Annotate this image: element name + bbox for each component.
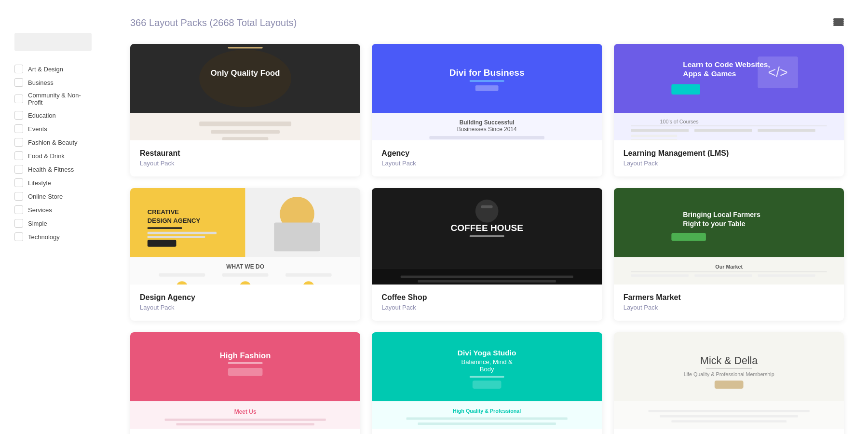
sidebar: Art & Design Business Community & Non-Pr…	[0, 0, 106, 434]
card-info-farmers-market: Farmers Market Layout Pack	[614, 285, 844, 321]
view-mode-control[interactable]	[828, 18, 844, 26]
category-checkbox-online-store[interactable]	[14, 192, 23, 201]
category-checkbox-lifestyle[interactable]	[14, 178, 23, 187]
svg-rect-4	[130, 113, 360, 140]
svg-rect-86	[407, 418, 568, 420]
category-label-simple: Simple	[28, 220, 47, 227]
svg-text:High Quality & Professional: High Quality & Professional	[453, 408, 521, 414]
category-checkbox-art-design[interactable]	[14, 65, 23, 73]
card-info-yoga: Yoga Studio Layout Pack	[372, 429, 602, 434]
svg-text:Bringing Local Farmers: Bringing Local Farmers	[683, 211, 760, 218]
card-design-agency[interactable]: CREATIVE DESIGN AGENCY WHAT WE DO Desi	[130, 188, 360, 321]
card-thumb-design-agency: CREATIVE DESIGN AGENCY WHAT WE DO	[130, 188, 360, 285]
svg-rect-9	[372, 44, 602, 113]
category-item-food-drink[interactable]: Food & Drink	[14, 151, 92, 160]
main-title: 366 Layout Packs (2668 Total Layouts)	[130, 14, 297, 29]
card-info-coffee-shop: Coffee Shop Layout Pack	[372, 285, 602, 321]
category-item-community-non-profit[interactable]: Community & Non-Profit	[14, 92, 92, 106]
card-agency[interactable]: Divi for Business Building Successful Bu…	[372, 44, 602, 176]
main-header: 366 Layout Packs (2668 Total Layouts)	[130, 14, 844, 29]
category-checkbox-technology[interactable]	[14, 232, 23, 241]
svg-text:COFFEE HOUSE: COFFEE HOUSE	[451, 223, 524, 233]
category-item-health-fitness[interactable]: Health & Fitness	[14, 165, 92, 174]
svg-rect-95	[660, 415, 798, 418]
svg-rect-40	[148, 240, 176, 246]
card-restaurant[interactable]: Only Quality Food Restaurant Layout Pack	[130, 44, 360, 176]
svg-rect-82	[470, 376, 504, 378]
category-label-online-store: Online Store	[28, 193, 63, 200]
svg-text:100's of Courses: 100's of Courses	[660, 119, 698, 124]
category-checkbox-services[interactable]	[14, 205, 23, 214]
svg-rect-76	[165, 419, 326, 421]
svg-rect-11	[470, 80, 504, 82]
category-checkbox-fashion-beauty[interactable]	[14, 138, 23, 147]
card-coffee-shop[interactable]: COFFEE HOUSE Coffee Shop Layout Pack	[372, 188, 602, 321]
svg-rect-69	[758, 274, 815, 277]
svg-rect-6	[211, 130, 280, 134]
svg-rect-46	[222, 273, 268, 277]
category-checkbox-food-drink[interactable]	[14, 151, 23, 160]
category-label-business: Business	[28, 79, 54, 86]
svg-rect-37	[148, 227, 182, 229]
svg-rect-66	[631, 271, 827, 272]
category-checkbox-simple[interactable]	[14, 219, 23, 228]
card-name-farmers-market: Farmers Market	[624, 293, 834, 302]
category-checkbox-events[interactable]	[14, 124, 23, 133]
layout-grid: Only Quality Food Restaurant Layout Pack…	[130, 44, 844, 434]
svg-rect-70	[130, 332, 360, 401]
svg-rect-18	[614, 44, 844, 113]
card-farmers-market[interactable]: Bringing Local Farmers Right to your Tab…	[614, 188, 844, 321]
category-item-technology[interactable]: Technology	[14, 232, 92, 241]
svg-rect-63	[671, 233, 706, 241]
category-item-fashion-beauty[interactable]: Fashion & Beauty	[14, 138, 92, 147]
svg-text:</>: </>	[768, 65, 787, 80]
card-yoga[interactable]: Divi Yoga Studio Balamnce, Mind & Body H…	[372, 332, 602, 434]
category-checkbox-community-non-profit[interactable]	[14, 95, 23, 103]
svg-rect-90	[706, 368, 752, 368]
card-lms[interactable]: Learn to Code Websites, Apps & Games </>…	[614, 44, 844, 176]
card-type-agency: Layout Pack	[381, 160, 592, 167]
category-item-events[interactable]: Events	[14, 124, 92, 133]
svg-rect-28	[631, 129, 688, 132]
card-thumb-fashion: High Fashion Meet Us	[130, 332, 360, 429]
svg-text:Only Quality Food: Only Quality Food	[211, 68, 280, 78]
category-item-art-design[interactable]: Art & Design	[14, 65, 92, 73]
svg-rect-64	[614, 257, 844, 285]
svg-text:Our Market: Our Market	[715, 264, 743, 270]
svg-rect-16	[430, 136, 545, 139]
card-wedding[interactable]: Mick & Della Life Quality & Professional…	[614, 332, 844, 434]
category-item-services[interactable]: Services	[14, 205, 92, 214]
category-item-lifestyle[interactable]: Lifestyle	[14, 178, 92, 187]
svg-text:WHAT WE DO: WHAT WE DO	[226, 263, 264, 270]
category-checkbox-business[interactable]	[14, 78, 23, 87]
card-name-lms: Learning Management (LMS)	[624, 149, 834, 158]
category-checkbox-education[interactable]	[14, 111, 23, 120]
card-fashion[interactable]: High Fashion Meet Us High Fashion Layout…	[130, 332, 360, 434]
svg-rect-58	[418, 280, 556, 283]
card-name-design-agency: Design Agency	[140, 293, 351, 302]
svg-text:Mick & Della: Mick & Della	[700, 355, 758, 366]
main-content: 366 Layout Packs (2668 Total Layouts) On…	[106, 0, 868, 434]
svg-rect-88	[614, 332, 844, 401]
svg-rect-94	[648, 410, 809, 412]
view-mode-icon[interactable]	[833, 18, 844, 26]
category-item-online-store[interactable]: Online Store	[14, 192, 92, 201]
svg-text:Right to your Table: Right to your Table	[683, 220, 745, 228]
category-item-business[interactable]: Business	[14, 78, 92, 87]
svg-rect-27	[631, 125, 827, 126]
category-checkbox-health-fitness[interactable]	[14, 165, 23, 174]
svg-rect-38	[148, 232, 217, 234]
card-thumb-coffee-shop: COFFEE HOUSE	[372, 188, 602, 285]
svg-text:Divi for Business: Divi for Business	[449, 68, 525, 78]
svg-rect-83	[473, 380, 502, 389]
category-label-technology: Technology	[28, 233, 60, 241]
svg-rect-68	[694, 274, 752, 277]
card-thumb-lms: Learn to Code Websites, Apps & Games </>…	[614, 44, 844, 140]
card-type-farmers-market: Layout Pack	[624, 304, 834, 311]
svg-rect-53	[470, 235, 504, 237]
category-item-education[interactable]: Education	[14, 111, 92, 120]
category-label-health-fitness: Health & Fitness	[28, 166, 74, 173]
svg-rect-39	[148, 236, 205, 238]
search-input[interactable]	[14, 33, 92, 51]
category-item-simple[interactable]: Simple	[14, 219, 92, 228]
